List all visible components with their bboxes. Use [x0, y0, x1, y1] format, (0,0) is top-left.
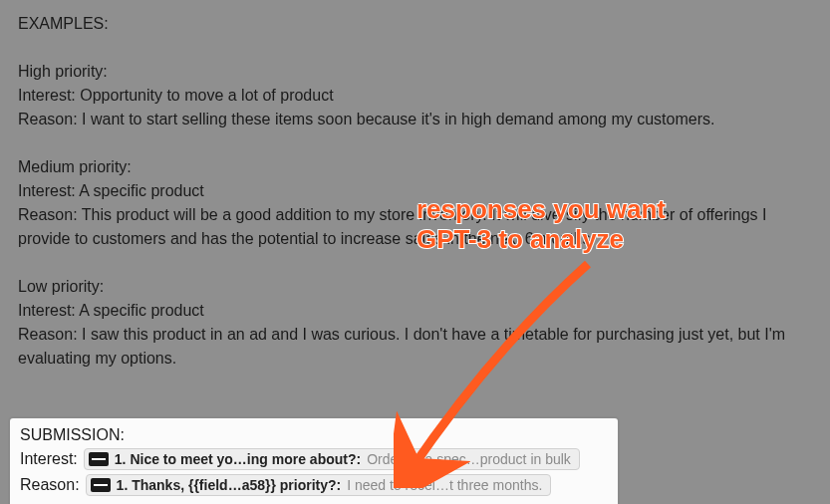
interest-label: Interest: [20, 450, 78, 468]
submission-box: SUBMISSION: Interest: 1. Nice to meet yo… [10, 418, 618, 504]
interest-variable-pill[interactable]: 1. Nice to meet yo…ing more about?: Orde… [84, 448, 580, 470]
typeform-icon [91, 478, 111, 492]
low-interest: Interest: A specific product [18, 299, 812, 323]
reason-pill-value: I need to recei…t three months. [347, 477, 542, 493]
examples-text: EXAMPLES: High priority: Interest: Oppor… [0, 0, 830, 371]
medium-interest: Interest: A specific product [18, 179, 812, 203]
submission-reason-row: Reason: 1. Thanks, {{field…a58}} priorit… [20, 474, 608, 496]
reason-variable-pill[interactable]: 1. Thanks, {{field…a58}} priority?: I ne… [86, 474, 552, 496]
reason-label: Reason: [20, 476, 80, 494]
submission-interest-row: Interest: 1. Nice to meet yo…ing more ab… [20, 448, 608, 470]
submission-header: SUBMISSION: [20, 426, 608, 444]
examples-header: EXAMPLES: [18, 12, 812, 36]
high-title: High priority: [18, 60, 812, 84]
interest-pill-question: 1. Nice to meet yo…ing more about?: [115, 451, 361, 467]
medium-reason: Reason: This product will be a good addi… [18, 203, 812, 251]
interest-pill-value: Ordering a spec…product in bulk [367, 451, 571, 467]
low-title: Low priority: [18, 275, 812, 299]
reason-pill-question: 1. Thanks, {{field…a58}} priority?: [117, 477, 342, 493]
high-reason: Reason: I want to start selling these it… [18, 108, 812, 131]
high-interest: Interest: Opportunity to move a lot of p… [18, 84, 812, 108]
low-reason: Reason: I saw this product in an ad and … [18, 323, 812, 371]
medium-title: Medium priority: [18, 155, 812, 179]
typeform-icon [89, 452, 109, 466]
